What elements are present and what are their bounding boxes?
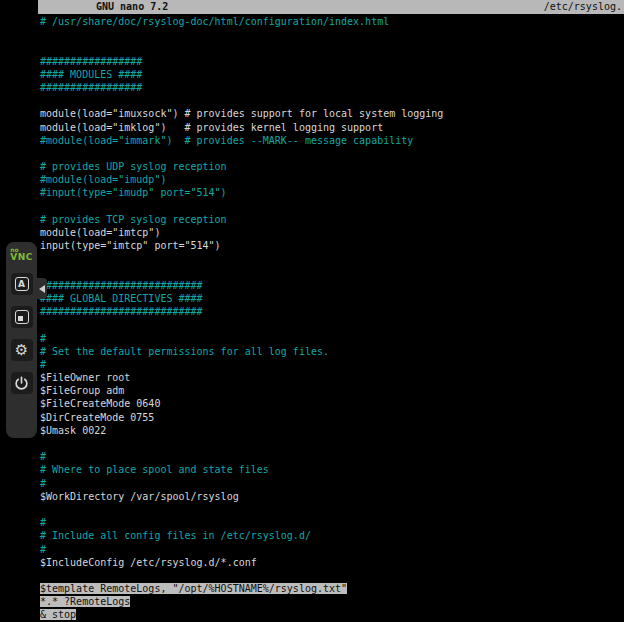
editor-line[interactable]: $FileCreateMode 0640 (40, 397, 624, 410)
nano-titlebar: GNU nano 7.2 /etc/rsyslog. (38, 0, 624, 14)
editor-line[interactable] (40, 28, 624, 41)
power-button[interactable] (11, 372, 33, 394)
editor-line[interactable]: # provides UDP syslog reception (40, 160, 624, 173)
editor-line[interactable]: # Include all config files in /etc/rsysl… (40, 529, 624, 542)
editor-line[interactable]: & stop (40, 608, 624, 621)
editor-line[interactable]: *.* ?RemoteLogs (40, 595, 624, 608)
editor-line[interactable]: ################# (40, 55, 624, 68)
nano-version: GNU nano 7.2 (96, 0, 168, 14)
keyboard-button[interactable]: A (11, 273, 33, 295)
editor-line[interactable] (40, 266, 624, 279)
editor-line[interactable]: #input(type="imudp" port="514") (40, 186, 624, 199)
editor-line[interactable] (40, 41, 624, 54)
gear-icon: ⚙ (15, 343, 28, 358)
novnc-logo-vnc: VNC (10, 253, 33, 262)
editor-line[interactable]: #module(load="imudp") (40, 173, 624, 186)
editor-line[interactable]: # (40, 450, 624, 463)
collapse-arrow-icon (39, 285, 45, 293)
fullscreen-button[interactable] (11, 306, 33, 328)
editor-line[interactable]: # (40, 358, 624, 371)
editor-line[interactable] (40, 437, 624, 450)
editor-line[interactable] (40, 318, 624, 331)
editor-line[interactable]: # /usr/share/doc/rsyslog-doc/html/config… (40, 15, 624, 28)
editor-line[interactable]: module(load="imuxsock") # provides suppo… (40, 107, 624, 120)
editor-line[interactable]: $Umask 0022 (40, 424, 624, 437)
editor-line[interactable]: # (40, 516, 624, 529)
settings-button[interactable]: ⚙ (11, 339, 33, 361)
editor-line[interactable]: #### MODULES #### (40, 68, 624, 81)
editor-line[interactable] (40, 200, 624, 213)
editor-line[interactable]: # (40, 332, 624, 345)
vnc-control-bar: no VNC A ⚙ (6, 242, 37, 438)
editor-line[interactable]: # provides TCP syslog reception (40, 213, 624, 226)
editor-line[interactable]: ########################### (40, 279, 624, 292)
editor-line[interactable]: #### GLOBAL DIRECTIVES #### (40, 292, 624, 305)
file-name: /etc/rsyslog. (544, 0, 622, 14)
letter-a-keyboard-icon: A (15, 277, 29, 291)
editor-line[interactable]: module(load="imtcp") (40, 226, 624, 239)
editor-line[interactable]: $FileGroup adm (40, 384, 624, 397)
editor-line[interactable]: ################# (40, 81, 624, 94)
editor-line[interactable]: $DirCreateMode 0755 (40, 411, 624, 424)
control-bar-handle[interactable] (37, 278, 47, 299)
editor-line[interactable]: $IncludeConfig /etc/rsyslog.d/*.conf (40, 556, 624, 569)
editor-line[interactable]: $WorkDirectory /var/spool/rsyslog (40, 490, 624, 503)
editor-line[interactable]: module(load="imklog") # provides kernel … (40, 121, 624, 134)
editor-line[interactable]: # (40, 543, 624, 556)
nano-terminal[interactable]: GNU nano 7.2 /etc/rsyslog. # /usr/share/… (38, 0, 624, 622)
editor-line[interactable]: $template RemoteLogs, "/opt/%HOSTNAME%/r… (40, 582, 624, 595)
editor-line[interactable]: input(type="imtcp" port="514") (40, 239, 624, 252)
editor-line[interactable] (40, 94, 624, 107)
editor-content[interactable]: # /usr/share/doc/rsyslog-doc/html/config… (38, 14, 624, 622)
editor-line[interactable]: # (40, 477, 624, 490)
editor-line[interactable]: ########################### (40, 305, 624, 318)
novnc-logo: no VNC (10, 247, 33, 262)
editor-line[interactable] (40, 503, 624, 516)
power-icon (14, 376, 29, 391)
editor-line[interactable] (40, 569, 624, 582)
editor-line[interactable]: # Set the default permissions for all lo… (40, 345, 624, 358)
screen: no VNC A ⚙ GNU nano 7.2 /etc/rsyslog. # … (0, 0, 624, 622)
editor-line[interactable] (40, 252, 624, 265)
editor-line[interactable]: $FileOwner root (40, 371, 624, 384)
editor-line[interactable]: #module(load="immark") # provides --MARK… (40, 134, 624, 147)
editor-line[interactable]: # Where to place spool and state files (40, 463, 624, 476)
fullscreen-icon (15, 310, 29, 324)
editor-line[interactable] (40, 147, 624, 160)
